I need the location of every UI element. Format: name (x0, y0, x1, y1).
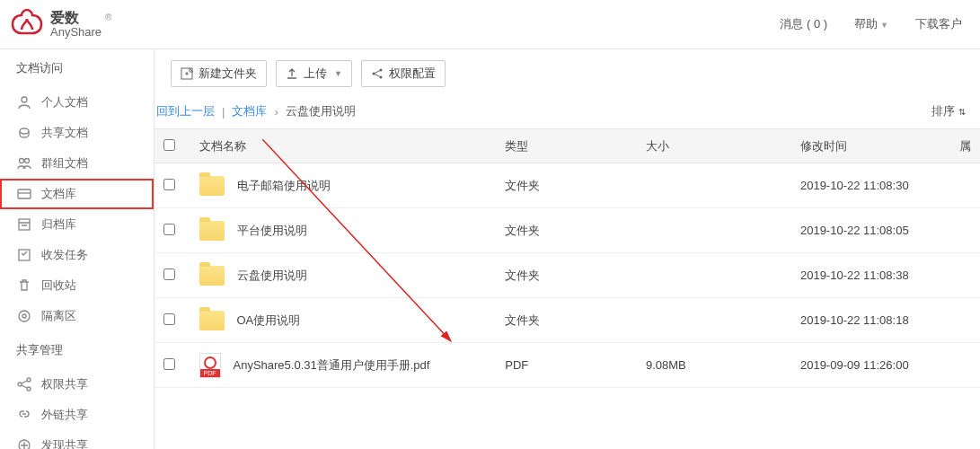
breadcrumb-library[interactable]: 文档库 (232, 103, 267, 119)
sort-dropdown[interactable]: 排序 ⇅ (931, 103, 966, 119)
table-row[interactable]: 云盘使用说明文件夹2019-10-22 11:08:38 (155, 253, 980, 298)
breadcrumb-separator: | (222, 105, 225, 119)
svg-point-3 (25, 159, 30, 163)
row-checkbox[interactable] (163, 179, 175, 190)
toolbar: 新建文件夹 上传▼ 权限配置 (155, 49, 980, 98)
sidebar: 文档访问 个人文档共享文档群组文档文档库归档库收发任务回收站隔离区 共享管理 权… (0, 49, 155, 449)
new-folder-button[interactable]: 新建文件夹 (171, 60, 267, 87)
file-name[interactable]: 云盘使用说明 (237, 268, 307, 284)
folder-icon (199, 266, 225, 286)
sidebar-item-task[interactable]: 收发任务 (0, 240, 154, 270)
sidebar-item-box[interactable]: 归档库 (0, 209, 154, 240)
share-doc-icon (16, 125, 32, 141)
table-row[interactable]: 平台使用说明文件夹2019-10-22 11:08:05 (155, 208, 980, 253)
breadcrumb-current: 云盘使用说明 (286, 103, 356, 119)
sidebar-item-share-doc[interactable]: 共享文档 (0, 118, 154, 148)
row-checkbox[interactable] (163, 313, 175, 325)
svg-point-0 (22, 97, 27, 102)
svg-point-9 (18, 383, 22, 386)
pdf-icon (199, 353, 221, 378)
quarantine-icon (16, 308, 32, 324)
archive-icon (16, 186, 32, 202)
sidebar-item-discover[interactable]: 发现共享 (0, 430, 154, 449)
sidebar-item-label: 回收站 (41, 277, 76, 294)
file-mtime: 2019-10-22 11:08:30 (791, 163, 950, 208)
file-type: 文件夹 (496, 253, 637, 298)
permission-config-button[interactable]: 权限配置 (361, 60, 446, 87)
col-header-type[interactable]: 类型 (496, 129, 637, 163)
file-mtime: 2019-10-22 11:08:38 (791, 253, 950, 298)
file-mtime: 2019-09-09 11:26:00 (791, 343, 950, 388)
logo-icon (9, 8, 45, 40)
table-row[interactable]: AnyShare5.0.31普通用户使用手册.pdfPDF9.08MB2019-… (155, 343, 980, 388)
col-header-size[interactable]: 大小 (637, 129, 791, 163)
sidebar-item-label: 收发任务 (41, 247, 88, 263)
table-header-row: 文档名称 类型 大小 修改时间 属 (155, 129, 980, 163)
sidebar-item-label: 外链共享 (41, 407, 88, 423)
group-icon (16, 155, 32, 172)
svg-point-1 (20, 128, 29, 134)
svg-rect-4 (18, 189, 31, 198)
sidebar-section-docs: 文档访问 (0, 49, 154, 87)
col-header-mtime[interactable]: 修改时间 (791, 129, 950, 163)
sidebar-item-archive[interactable]: 文档库 (0, 179, 154, 209)
sidebar-item-label: 隔离区 (41, 308, 76, 324)
upload-button[interactable]: 上传▼ (276, 60, 352, 87)
folder-icon (199, 176, 225, 196)
svg-point-10 (27, 378, 31, 382)
file-name[interactable]: 平台使用说明 (237, 223, 307, 239)
file-name[interactable]: OA使用说明 (237, 313, 301, 329)
help-link[interactable]: 帮助▼ (854, 16, 888, 32)
brand-logo: 爱数 AnyShare ® (9, 8, 113, 40)
sidebar-item-trash[interactable]: 回收站 (0, 270, 154, 301)
row-checkbox[interactable] (163, 269, 175, 280)
discover-icon (16, 437, 32, 449)
sidebar-item-link[interactable]: 外链共享 (0, 400, 154, 430)
brand-name-en: AnyShare (50, 26, 102, 39)
row-checkbox[interactable] (163, 224, 175, 235)
svg-point-7 (19, 311, 30, 321)
download-client-link[interactable]: 下载客户 (915, 16, 962, 32)
svg-point-2 (20, 159, 24, 163)
svg-rect-5 (19, 219, 30, 230)
file-size (637, 208, 791, 253)
registered-mark: ® (105, 13, 111, 22)
sidebar-item-share[interactable]: 权限共享 (0, 369, 154, 400)
sidebar-item-person[interactable]: 个人文档 (0, 87, 154, 118)
upload-icon (286, 67, 298, 80)
file-type: PDF (496, 343, 637, 388)
top-header: 爱数 AnyShare ® 消息 ( 0 ) 帮助▼ 下载客户 (0, 0, 980, 49)
file-mtime: 2019-10-22 11:08:05 (791, 208, 950, 253)
file-type: 文件夹 (496, 163, 637, 208)
select-all-checkbox[interactable] (163, 139, 175, 151)
col-header-last[interactable]: 属 (950, 129, 980, 163)
breadcrumb-back[interactable]: 回到上一层 (156, 103, 215, 119)
sidebar-item-label: 归档库 (41, 216, 76, 233)
file-size: 9.08MB (637, 343, 791, 388)
person-icon (16, 94, 32, 110)
col-header-name[interactable]: 文档名称 (190, 129, 497, 163)
sidebar-item-label: 权限共享 (41, 376, 88, 392)
svg-point-11 (27, 387, 31, 391)
sidebar-item-group[interactable]: 群组文档 (0, 148, 154, 179)
sidebar-item-label: 发现共享 (41, 437, 88, 449)
table-row[interactable]: 电子邮箱使用说明文件夹2019-10-22 11:08:30 (155, 163, 980, 208)
file-name[interactable]: AnyShare5.0.31普通用户使用手册.pdf (234, 357, 430, 374)
row-checkbox[interactable] (163, 358, 175, 370)
sidebar-item-label: 群组文档 (41, 155, 88, 172)
folder-icon (199, 221, 225, 241)
new-folder-icon (181, 67, 193, 80)
chevron-right-icon: › (274, 105, 278, 119)
trash-icon (16, 277, 32, 294)
sidebar-item-quarantine[interactable]: 隔离区 (0, 301, 154, 331)
file-type: 文件夹 (496, 298, 637, 343)
table-row[interactable]: OA使用说明文件夹2019-10-22 11:08:18 (155, 298, 980, 343)
file-size (637, 253, 791, 298)
file-mtime: 2019-10-22 11:08:18 (791, 298, 950, 343)
breadcrumb: 回到上一层 | 文档库 › 云盘使用说明 排序 ⇅ (155, 98, 980, 128)
file-size (637, 163, 791, 208)
file-name[interactable]: 电子邮箱使用说明 (237, 178, 331, 194)
messages-link[interactable]: 消息 ( 0 ) (780, 16, 827, 32)
svg-rect-6 (19, 250, 30, 260)
file-table: 文档名称 类型 大小 修改时间 属 电子邮箱使用说明文件夹2019-10-22 … (155, 128, 980, 388)
